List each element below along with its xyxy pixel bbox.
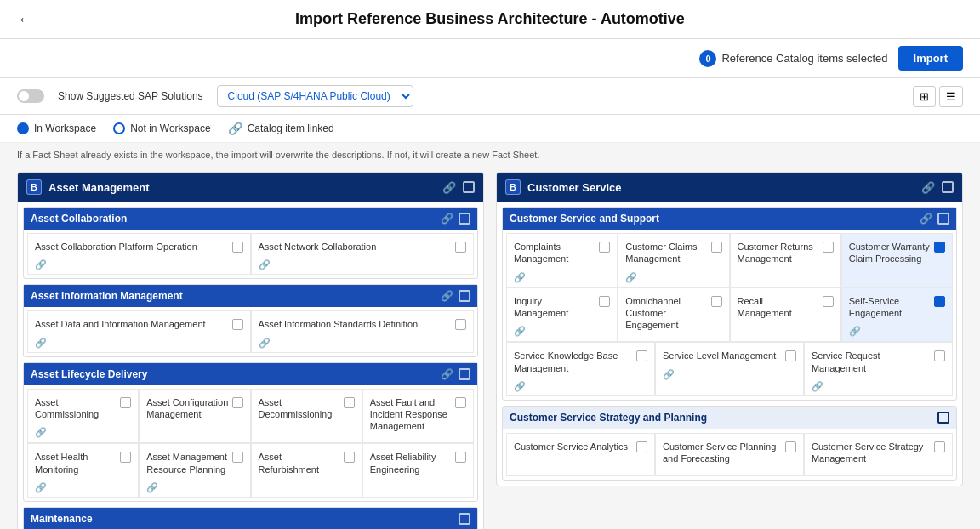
item-header: Asset Management Resource Planning [146, 451, 242, 475]
item-checkbox[interactable] [455, 242, 466, 253]
asset-info-mgmt-header: Asset Information Management 🔗 [24, 285, 477, 307]
asset-header-checkbox[interactable] [463, 181, 475, 193]
catalog-linked-label: Catalog item linked [248, 122, 334, 134]
asset-info-mgmt-title: Asset Information Management [31, 290, 183, 302]
asset-collaboration-subsection: Asset Collaboration 🔗 Asset Collaboratio… [23, 207, 478, 279]
asset-collab-link-icon[interactable]: 🔗 [441, 213, 453, 225]
cs-header-checkbox[interactable] [942, 181, 954, 193]
list-item: Asset Reliability Engineering [362, 443, 474, 498]
item-checkbox[interactable] [232, 242, 243, 253]
item-name: Customer Service Planning and Forecastin… [663, 441, 782, 465]
item-checkbox[interactable] [823, 296, 834, 307]
item-checkbox[interactable] [599, 242, 610, 253]
item-link-icon[interactable]: 🔗 [625, 272, 637, 283]
asset-lifecycle-checkbox[interactable] [459, 368, 470, 380]
item-link-icon[interactable]: 🔗 [146, 482, 158, 493]
maintenance-checkbox[interactable] [459, 513, 470, 525]
grid-view-button[interactable]: ⊞ [913, 86, 936, 107]
item-checkbox[interactable] [455, 452, 466, 463]
asset-collaboration-header: Asset Collaboration 🔗 [24, 208, 477, 230]
main-content: B Asset Management 🔗 Asset Collaboration… [0, 163, 980, 529]
list-item: Service Knowledge Base Management 🔗 [506, 342, 655, 396]
item-checkbox[interactable] [934, 350, 945, 361]
suggested-solutions-toggle[interactable] [17, 89, 44, 103]
item-link-icon[interactable]: 🔗 [663, 369, 675, 380]
item-checkbox[interactable] [785, 350, 796, 361]
legend-in-workspace: In Workspace [17, 122, 96, 134]
cs-badge: B [505, 179, 521, 195]
item-checkbox[interactable] [344, 397, 355, 408]
item-header: Customer Returns Management [738, 241, 834, 265]
item-link-icon[interactable]: 🔗 [35, 259, 47, 270]
item-checkbox[interactable] [120, 397, 131, 408]
item-link-icon[interactable]: 🔗 [259, 338, 271, 349]
item-header: Asset Configuration Management [146, 396, 242, 421]
asset-lifecycle-link-icon[interactable]: 🔗 [441, 368, 453, 380]
cs-support-items: Complaints Management 🔗 Customer Claims … [503, 230, 956, 400]
list-view-button[interactable]: ☰ [939, 86, 963, 107]
item-name: Asset Collaboration Platform Operation [35, 241, 229, 253]
item-header: Asset Health Monitoring [35, 451, 131, 475]
asset-header-actions: 🔗 [442, 181, 475, 194]
item-checkbox[interactable] [785, 441, 796, 452]
item-checkbox[interactable] [232, 452, 243, 463]
item-checkbox[interactable] [599, 296, 610, 307]
cs-link-icon[interactable]: 🔗 [921, 181, 935, 194]
cs-support-link-icon[interactable]: 🔗 [920, 213, 932, 225]
item-checkbox[interactable] [636, 350, 647, 361]
item-link-icon[interactable]: 🔗 [35, 338, 47, 349]
toggle-label: Show Suggested SAP Solutions [58, 90, 203, 102]
item-link-icon[interactable]: 🔗 [35, 427, 47, 438]
item-name: Customer Service Analytics [514, 441, 633, 452]
item-header: Recall Management [738, 295, 834, 320]
item-link-icon[interactable]: 🔗 [514, 326, 526, 337]
item-checkbox[interactable] [934, 441, 945, 452]
item-checkbox[interactable] [455, 319, 466, 330]
item-link-icon[interactable]: 🔗 [849, 326, 861, 337]
item-header: Customer Claims Management [625, 241, 721, 265]
item-checkbox[interactable] [823, 242, 834, 253]
item-checkbox[interactable] [636, 441, 647, 452]
item-link-icon[interactable]: 🔗 [35, 482, 47, 493]
list-item: Asset Information Standards Definition 🔗 [251, 310, 475, 352]
item-name: Asset Refurbishment [259, 451, 340, 475]
cs-strategy-checkbox[interactable] [937, 412, 949, 424]
asset-link-icon[interactable]: 🔗 [442, 181, 456, 194]
item-link-icon[interactable]: 🔗 [514, 272, 526, 283]
cloud-select[interactable]: Cloud (SAP S/4HANA Public Cloud) [217, 85, 413, 107]
selected-label: Reference Catalog items selected [721, 52, 887, 65]
item-checkbox[interactable] [232, 397, 243, 408]
item-name: Service Request Management [812, 350, 931, 374]
legend-catalog-linked: 🔗 Catalog item linked [228, 122, 334, 135]
asset-management-section: B Asset Management 🔗 Asset Collaboration… [17, 172, 484, 529]
item-checkbox[interactable] [232, 319, 243, 330]
list-item: Omnichannel Customer Engagement [618, 287, 729, 343]
item-checkbox[interactable] [934, 242, 945, 253]
item-checkbox[interactable] [344, 452, 355, 463]
item-header: Customer Service Strategy Management [812, 441, 945, 465]
item-checkbox[interactable] [120, 452, 131, 463]
item-name: Customer Warranty Claim Processing [849, 241, 931, 265]
item-link-icon[interactable]: 🔗 [812, 381, 823, 392]
list-item: Asset Commissioning 🔗 [27, 389, 139, 444]
item-checkbox[interactable] [934, 296, 945, 307]
item-name: Asset Network Collaboration [259, 241, 453, 253]
import-button[interactable]: Import [898, 46, 963, 71]
cs-support-checkbox[interactable] [937, 213, 949, 225]
item-link-icon[interactable]: 🔗 [514, 381, 526, 392]
item-checkbox[interactable] [455, 397, 466, 408]
item-name: Customer Returns Management [738, 241, 819, 265]
item-link-icon[interactable]: 🔗 [259, 259, 271, 270]
asset-lifecycle-header: Asset Lifecycle Delivery 🔗 [24, 363, 477, 385]
back-button[interactable]: ← [17, 9, 34, 29]
list-item: Customer Returns Management [730, 233, 841, 287]
asset-collab-checkbox[interactable] [459, 213, 470, 225]
asset-info-link-icon[interactable]: 🔗 [441, 290, 453, 302]
item-name: Complaints Management [514, 241, 595, 265]
list-item: Asset Collaboration Platform Operation 🔗 [27, 233, 251, 275]
item-checkbox[interactable] [711, 242, 722, 253]
item-checkbox[interactable] [711, 296, 722, 307]
item-name: Asset Data and Information Management [35, 318, 229, 330]
asset-info-checkbox[interactable] [459, 290, 470, 302]
page-header: ← Import Reference Business Architecture… [0, 0, 980, 39]
